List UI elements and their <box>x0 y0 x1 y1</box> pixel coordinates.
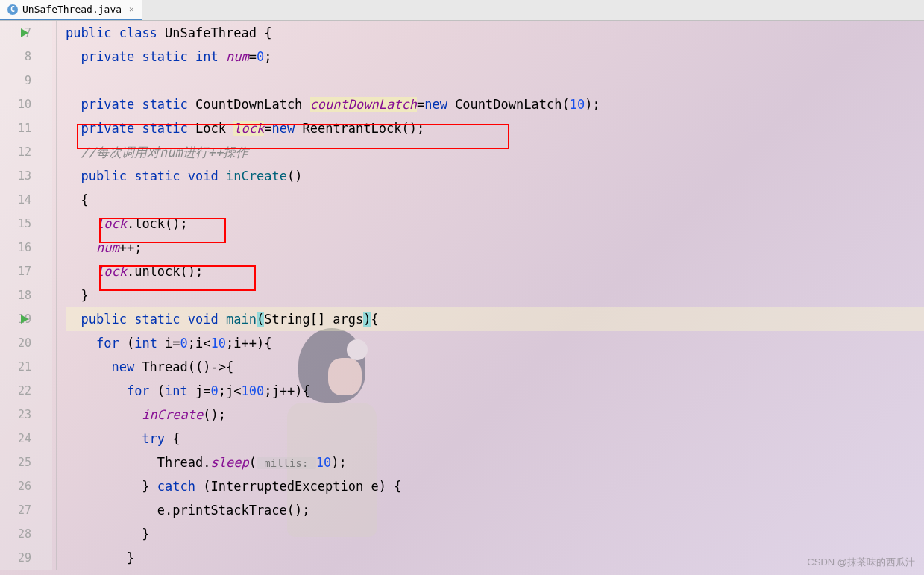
code-line: } <box>66 283 924 307</box>
line-number: 22 <box>0 379 31 403</box>
line-number: 21 <box>0 355 31 379</box>
run-gutter-icon[interactable] <box>21 315 28 324</box>
code-line: { <box>66 188 924 212</box>
line-number: 12 <box>0 140 31 164</box>
code-editor[interactable]: 7 8 9 10 11 12 13 14 15 16 17 18 19 20 2… <box>0 21 924 570</box>
code-line <box>66 69 924 92</box>
line-number: 13 <box>0 164 31 188</box>
code-line: //每次调用对num进行++操作 <box>66 140 924 164</box>
code-line: lock.lock(); <box>66 212 924 236</box>
code-line: num++; <box>66 236 924 260</box>
editor-tab-bar: C UnSafeThread.java ✕ <box>0 0 924 21</box>
code-line: for (int j=0;j<100;j++){ <box>66 379 924 403</box>
run-gutter-icon[interactable] <box>21 28 28 37</box>
file-tab[interactable]: C UnSafeThread.java ✕ <box>0 0 142 20</box>
line-number: 19 <box>0 307 31 331</box>
code-line: public static void inCreate() <box>66 164 924 188</box>
code-line: } <box>66 546 924 570</box>
line-number: 28 <box>0 522 31 546</box>
line-number: 11 <box>0 116 31 140</box>
code-line: } <box>66 522 924 546</box>
tab-filename: UnSafeThread.java <box>22 4 122 15</box>
code-line: e.printStackTrace(); <box>66 498 924 522</box>
line-number: 23 <box>0 403 31 427</box>
line-number: 14 <box>0 188 31 212</box>
code-line: inCreate(); <box>66 403 924 427</box>
line-number-gutter: 7 8 9 10 11 12 13 14 15 16 17 18 19 20 2… <box>0 21 52 570</box>
line-number: 9 <box>0 69 31 92</box>
code-line: private static Lock lock=new ReentrantLo… <box>66 116 924 140</box>
line-number: 29 <box>0 546 31 570</box>
code-line: private static CountDownLatch countDownL… <box>66 92 924 116</box>
line-number: 10 <box>0 92 31 116</box>
code-line: for (int i=0;i<10;i++){ <box>66 331 924 355</box>
code-line-current: public static void main(String[] args){ <box>66 307 924 331</box>
line-number: 20 <box>0 331 31 355</box>
line-number: 8 <box>0 45 31 69</box>
line-number: 24 <box>0 427 31 450</box>
line-number: 26 <box>0 474 31 498</box>
code-line: Thread.sleep( millis: 10); <box>66 450 924 474</box>
code-line: public class UnSafeThread { <box>66 21 924 45</box>
code-line: } catch (InterruptedException e) { <box>66 474 924 498</box>
java-class-icon: C <box>7 4 18 15</box>
line-number: 27 <box>0 498 31 522</box>
line-number: 15 <box>0 212 31 236</box>
line-number: 25 <box>0 450 31 474</box>
line-number: 7 <box>0 21 31 45</box>
line-number: 17 <box>0 260 31 283</box>
close-icon[interactable]: ✕ <box>129 4 134 14</box>
code-line: new Thread(()->{ <box>66 355 924 379</box>
watermark: CSDN @抹茶味的西瓜汁 <box>807 556 915 569</box>
code-line: lock.unlock(); <box>66 260 924 283</box>
line-number: 18 <box>0 283 31 307</box>
code-area[interactable]: public class UnSafeThread { private stat… <box>52 21 924 570</box>
line-number: 16 <box>0 236 31 260</box>
code-line: try { <box>66 427 924 450</box>
code-line: private static int num=0; <box>66 45 924 69</box>
